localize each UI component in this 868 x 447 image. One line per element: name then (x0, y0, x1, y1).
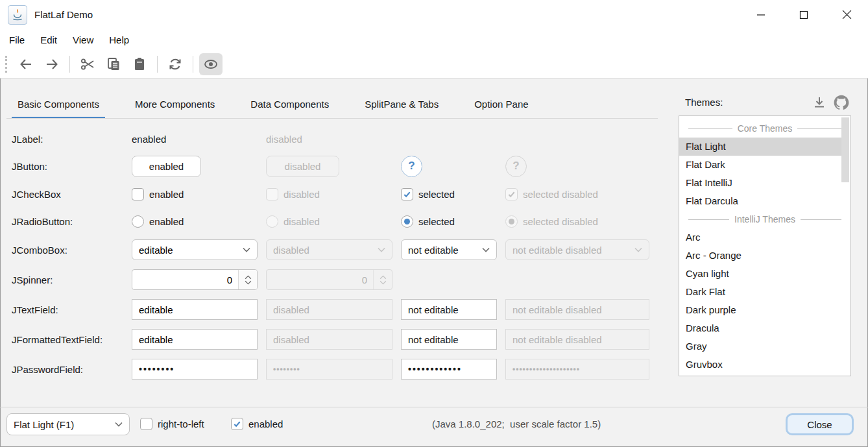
combobox-editable[interactable] (132, 239, 258, 260)
spinner-input (267, 270, 373, 289)
cut-button[interactable] (76, 53, 99, 75)
checkbox-selected[interactable]: selected (401, 188, 497, 200)
theme-item-dark-purple[interactable]: Dark purple (679, 301, 850, 319)
jlabel-disabled: disabled (266, 134, 392, 145)
right-to-left-checkbox[interactable]: right-to-left (140, 418, 204, 430)
checkbox-enabled[interactable]: enabled (132, 188, 258, 200)
help-button[interactable]: ? (401, 156, 422, 177)
passwordfield-editable[interactable]: •••••••• (132, 359, 258, 380)
textfield-editable-input[interactable] (139, 304, 250, 315)
enabled-checkbox[interactable]: enabled (231, 418, 283, 430)
chevron-down-icon (634, 247, 642, 252)
theme-item-cyan-light[interactable]: Cyan light (679, 265, 850, 283)
chevron-down-icon (380, 280, 387, 285)
lookandfeel-value: Flat Light (F1) (14, 419, 74, 430)
textfield-disabled: disabled (266, 299, 392, 320)
theme-item-arc-orange[interactable]: Arc - Orange (679, 247, 850, 265)
paste-button[interactable] (128, 53, 151, 75)
theme-item-dark-flat[interactable]: Dark Flat (679, 283, 850, 301)
radio-unchecked-icon[interactable] (132, 215, 144, 228)
textfield-not-editable[interactable]: not editable (401, 299, 497, 320)
theme-item-gruvbox[interactable]: Gruvbox (679, 356, 850, 374)
tab-more-components[interactable]: More Components (129, 95, 221, 119)
lookandfeel-combobox[interactable]: Flat Light (F1) (6, 413, 130, 435)
formattedtextfield-editable-input[interactable] (139, 334, 250, 345)
menu-view[interactable]: View (65, 31, 101, 49)
show-hosts-toggle-button[interactable] (199, 53, 223, 75)
radio-checked-icon[interactable] (401, 215, 413, 228)
close-icon (842, 10, 852, 19)
spinner-buttons[interactable] (238, 270, 257, 289)
forward-button[interactable] (40, 53, 64, 75)
passwordfield-not-editable[interactable]: •••••••••••• (401, 359, 497, 380)
textfield-editable[interactable] (132, 299, 258, 320)
minimize-button[interactable] (740, 0, 782, 29)
menu-file[interactable]: File (1, 31, 32, 49)
toolbar (0, 51, 224, 78)
titlebar: FlatLaf Demo (0, 0, 868, 29)
enabled-button[interactable]: enabled (132, 156, 201, 177)
tab-data-components[interactable]: Data Components (245, 95, 335, 119)
flatlaf-demo-window: FlatLaf Demo File Edit View Help (0, 0, 868, 447)
menu-edit[interactable]: Edit (32, 31, 65, 49)
theme-item-flat-light[interactable]: Flat Light (679, 138, 841, 156)
tab-splitpane-tabs[interactable]: SplitPane & Tabs (359, 95, 444, 119)
disabled-button: disabled (266, 156, 339, 177)
menubar: File Edit View Help (0, 29, 137, 51)
toolbar-grip[interactable] (5, 56, 7, 73)
copy-icon (106, 56, 121, 72)
window-controls (740, 0, 868, 29)
formattedtextfield-not-editable[interactable]: not editable (401, 329, 497, 350)
copy-button[interactable] (102, 53, 125, 75)
toolbar-separator (157, 56, 158, 73)
refresh-button[interactable] (163, 53, 187, 75)
tab-divider (6, 118, 658, 119)
close-button[interactable]: Close (786, 413, 854, 435)
combobox-not-editable-disabled: not editable disabled (505, 239, 649, 260)
radio-checked-icon (505, 215, 518, 228)
checkbox-checked-icon[interactable] (231, 418, 243, 430)
spinner[interactable] (132, 269, 258, 290)
paste-icon (132, 56, 147, 72)
radio-selected[interactable]: selected (401, 215, 497, 228)
jcheckbox-row-label: JCheckBox (12, 189, 123, 200)
theme-item-dracula[interactable]: Dracula (679, 319, 850, 337)
radio-enabled[interactable]: enabled (132, 215, 258, 228)
passwordfield-not-editable-disabled: •••••••••••••••••••• (505, 359, 649, 380)
checkbox-unchecked-icon[interactable] (140, 418, 152, 430)
themes-scrollbar-thumb[interactable] (841, 117, 849, 182)
chevron-up-icon (380, 275, 387, 280)
combobox-editable-input[interactable] (139, 245, 217, 256)
refresh-icon (167, 56, 183, 72)
theme-item-arc[interactable]: Arc (679, 228, 850, 247)
tab-basic-components[interactable]: Basic Components (12, 95, 105, 119)
download-icon[interactable] (812, 95, 826, 110)
jpasswordfield-row-label: JPasswordField: (12, 364, 123, 375)
chevron-down-icon (482, 247, 490, 252)
chevron-down-icon (378, 247, 385, 252)
theme-item-flat-darcula[interactable]: Flat Darcula (679, 192, 850, 210)
spinner-input[interactable] (132, 270, 238, 289)
theme-item-gray[interactable]: Gray (679, 337, 850, 356)
checkbox-unchecked-icon[interactable] (132, 188, 144, 200)
menu-help[interactable]: Help (101, 31, 137, 49)
theme-item-flat-intellij[interactable]: Flat IntelliJ (679, 174, 850, 192)
tab-option-pane[interactable]: Option Pane (468, 95, 534, 119)
window-header: FlatLaf Demo File Edit View Help (0, 0, 868, 79)
jbutton-row-label: JButton: (12, 161, 123, 172)
checkbox-disabled: disabled (266, 188, 392, 200)
combobox-not-editable[interactable]: not editable (401, 239, 497, 260)
checkbox-checked-icon[interactable] (401, 188, 413, 200)
maximize-icon (799, 10, 808, 19)
github-icon[interactable] (834, 95, 849, 110)
back-button[interactable] (14, 53, 38, 75)
radio-selected-disabled: selected disabled (505, 215, 649, 228)
help-button-disabled: ? (505, 156, 527, 177)
back-icon (18, 56, 34, 72)
theme-group-separator: IntelliJ Themes (679, 210, 850, 228)
maximize-button[interactable] (782, 0, 825, 29)
tab-bar: Basic Components More Components Data Co… (12, 95, 535, 119)
formattedtextfield-editable[interactable] (132, 329, 258, 350)
close-window-button[interactable] (825, 0, 868, 29)
theme-item-flat-dark[interactable]: Flat Dark (679, 156, 850, 174)
